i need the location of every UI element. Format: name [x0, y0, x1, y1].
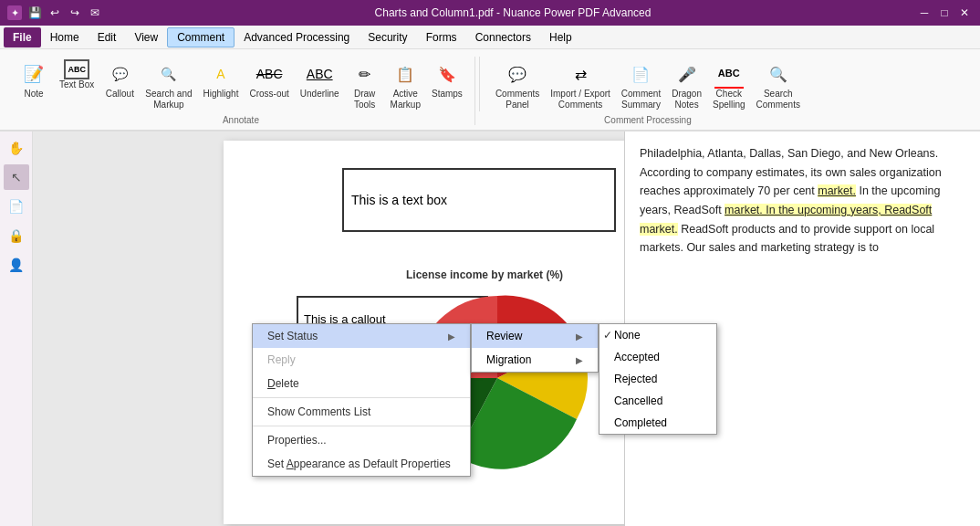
annotate-label: Annotate: [223, 115, 259, 125]
check-spelling-label: Check Spelling: [713, 89, 745, 110]
title-bar-icons: ✦ 💾 ↩ ↪ ✉: [7, 5, 102, 20]
migration-label: Migration: [486, 353, 531, 366]
context-menu-setappearance[interactable]: Set Appearance as Default Properties: [253, 452, 470, 476]
crossout-button[interactable]: ABC Cross-out: [245, 57, 293, 102]
setappearance-label: Set Appearance as Default Properties: [267, 458, 451, 470]
ribbon-content: 📝 Note ABC Text Box 💬 Callout 🔍 Search a…: [7, 53, 973, 127]
sidebar-hand-tool[interactable]: ✋: [4, 135, 29, 161]
context-menu-properties[interactable]: Properties...: [253, 428, 470, 452]
document-area[interactable]: This is a text box 📋 Note - jess_walker …: [33, 132, 980, 526]
menu-advanced[interactable]: Advanced Processing: [235, 27, 359, 47]
setstatus-arrow: ▶: [448, 331, 455, 342]
ribbon-sep-1: [479, 57, 480, 111]
review-cancelled-item[interactable]: Cancelled: [599, 390, 716, 412]
textbox-button[interactable]: ABC Text Box: [55, 57, 99, 93]
menu-comment[interactable]: Comment: [167, 27, 235, 47]
submenu-review-item[interactable]: Review ▶: [472, 324, 598, 348]
annotate-items: 📝 Note ABC Text Box 💬 Callout 🔍 Search a…: [15, 57, 467, 113]
review-label: Review: [486, 330, 522, 342]
menu-bar: File Home Edit View Comment Advanced Pro…: [0, 26, 980, 49]
menu-view[interactable]: View: [125, 27, 167, 47]
stamps-icon: 🔖: [433, 59, 462, 89]
rejected-label: Rejected: [614, 373, 657, 385]
dragon-notes-button[interactable]: 🎤 Dragon Notes: [667, 57, 706, 113]
delete-label: Delete: [267, 377, 299, 390]
comments-panel-label: Comments Panel: [495, 89, 539, 110]
note-button[interactable]: 📝 Note: [15, 57, 53, 102]
minimize-button[interactable]: ─: [916, 5, 933, 21]
properties-label: Properties...: [267, 434, 327, 447]
save-icon[interactable]: 💾: [27, 5, 42, 20]
ribbon-group-comment-processing: 💬 Comments Panel ⇄ Import / Export Comme…: [484, 57, 812, 125]
active-markup-button[interactable]: 📋 Active Markup: [386, 57, 425, 113]
active-markup-icon: 📋: [391, 59, 420, 89]
underline-label: Underline: [300, 89, 339, 100]
menu-connectors[interactable]: Connectors: [466, 27, 540, 47]
redo-icon[interactable]: ↪: [68, 5, 82, 20]
menu-file[interactable]: File: [4, 27, 41, 47]
search-comments-label: Search Comments: [756, 89, 800, 110]
context-menu-setstatus[interactable]: Set Status ▶: [253, 324, 470, 348]
undo-icon[interactable]: ↩: [47, 5, 62, 20]
sidebar: ✋ ↖ 📄 🔒 👤: [0, 132, 33, 526]
underline-icon: ABC: [305, 59, 334, 89]
comment-summary-label: Comment Summary: [621, 89, 661, 110]
search-comments-button[interactable]: 🔍 Search Comments: [752, 57, 805, 113]
review-none-item[interactable]: ✓ None: [599, 324, 716, 346]
check-spelling-button[interactable]: ABC Check Spelling: [708, 57, 750, 113]
import-export-button[interactable]: ⇄ Import / Export Comments: [546, 57, 615, 113]
context-menu-delete[interactable]: Delete: [253, 372, 470, 395]
stamps-button[interactable]: 🔖 Stamps: [427, 57, 467, 102]
highlight-button[interactable]: A Highlight: [199, 57, 244, 102]
setstatus-label: Set Status: [267, 330, 318, 342]
crossout-label: Cross-out: [249, 89, 288, 100]
review-accepted-item[interactable]: Accepted: [599, 346, 716, 368]
draw-tools-button[interactable]: ✏ Draw Tools: [346, 57, 384, 113]
sidebar-pages-panel[interactable]: 📄: [4, 194, 29, 219]
menu-home[interactable]: Home: [41, 27, 89, 47]
menu-help[interactable]: Help: [540, 27, 581, 47]
maximize-button[interactable]: □: [936, 5, 953, 21]
email-icon[interactable]: ✉: [88, 5, 102, 20]
sidebar-lock-tool[interactable]: 🔒: [4, 223, 29, 248]
dragon-notes-icon: 🎤: [672, 59, 702, 89]
review-rejected-item[interactable]: Rejected: [599, 368, 716, 390]
completed-label: Completed: [614, 416, 667, 429]
callout-icon: 💬: [105, 59, 134, 89]
textbox-label: Text Box: [59, 79, 94, 90]
context-menu-showcomments[interactable]: Show Comments List: [253, 400, 470, 424]
menu-edit[interactable]: Edit: [89, 27, 126, 47]
text-box-content: This is a text box: [351, 193, 447, 207]
search-markup-icon: 🔍: [154, 59, 183, 89]
highlight-label: Highlight: [203, 89, 239, 100]
submenu-migration-item[interactable]: Migration ▶: [472, 348, 598, 372]
draw-tools-icon: ✏: [350, 59, 380, 89]
search-markup-button[interactable]: 🔍 Search and Markup: [141, 57, 196, 113]
close-button[interactable]: ✕: [956, 5, 973, 21]
note-label: Note: [24, 89, 43, 100]
note-icon: 📝: [19, 59, 48, 89]
review-completed-item[interactable]: Completed: [599, 412, 716, 434]
context-separator-1: [253, 397, 470, 398]
menu-forms[interactable]: Forms: [417, 27, 466, 47]
ribbon: 📝 Note ABC Text Box 💬 Callout 🔍 Search a…: [0, 49, 980, 132]
context-separator-2: [253, 426, 470, 426]
sidebar-select-tool[interactable]: ↖: [4, 164, 29, 190]
window-title: Charts and Column1.pdf - Nuance Power PD…: [109, 6, 916, 19]
search-comments-icon: 🔍: [764, 59, 793, 89]
comments-panel-button[interactable]: 💬 Comments Panel: [491, 57, 544, 113]
menu-security[interactable]: Security: [359, 27, 416, 47]
comment-processing-label: Comment Processing: [604, 115, 692, 125]
comments-panel-icon: 💬: [503, 59, 532, 89]
callout-button[interactable]: 💬 Callout: [100, 57, 139, 102]
text-box-element[interactable]: This is a text box: [342, 168, 616, 232]
highlight-icon: A: [206, 59, 235, 89]
setstatus-submenu: Review ▶ Migration ▶: [471, 323, 599, 373]
sidebar-user-tool[interactable]: 👤: [4, 252, 29, 278]
chart-title: License income by market (%): [406, 268, 563, 281]
comment-summary-button[interactable]: 📄 Comment Summary: [617, 57, 665, 113]
underline-button[interactable]: ABC Underline: [296, 57, 344, 102]
review-arrow: ▶: [576, 331, 583, 342]
context-menu-reply: Reply: [253, 348, 470, 372]
active-markup-label: Active Markup: [391, 89, 421, 110]
